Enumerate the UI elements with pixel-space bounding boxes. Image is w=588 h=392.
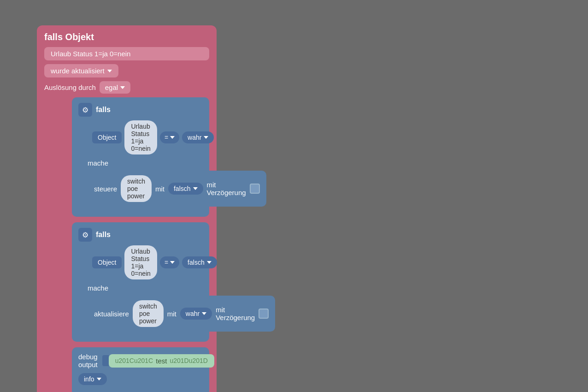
trigger-dropdown-arrow-icon [120,86,125,89]
mache-inner-1: steuere switch poe power mit falsch mit … [88,171,266,207]
mit-label-1: mit [155,185,165,193]
control-value-2: wahr [186,310,200,317]
update-dropdown-arrow-icon [107,70,112,72]
gear-icon-2[interactable]: ⚙ [78,228,92,242]
object-label-1: Object [98,134,116,141]
value-dropdown-1[interactable]: wahr [182,131,214,143]
control-arrow-icon-1 [193,187,198,190]
string-value: test [156,357,167,365]
target-chip-2: switch poe power [133,300,164,327]
value-arrow-icon-1 [204,136,208,139]
mache-inner-2: aktualisiere switch poe power mit wahr m… [88,296,275,332]
if-block-2: ⚙ falls Object Urlaub Status 1=ja 0=nein… [72,222,209,342]
mache-label-2: mache [88,284,113,292]
debug-output-label: debug output [78,353,98,368]
control-arrow-icon-2 [202,312,206,315]
value-arrow-icon-2 [207,261,212,264]
mache-row-1: mache steuere switch poe power mit falsc… [88,159,203,207]
trigger-row: Auslösung durch egal [44,81,209,94]
debug-level-row: info [78,373,203,385]
debug-block: debug output test info [72,347,209,392]
field-pill: Urlaub Status 1=ja 0=nein [44,47,209,60]
outer-block-title: falls Objekt [44,32,209,42]
equals-label-1: = [165,134,168,141]
value-label-2: falsch [188,259,205,266]
info-dropdown[interactable]: info [78,373,107,385]
update-dropdown[interactable]: wurde aktualisiert [44,64,118,77]
condition-row-1: Object Urlaub Status 1=ja 0=nein = wahr [92,120,214,154]
falls-label-1: falls [96,106,111,114]
debug-row: debug output test [78,353,203,368]
target-chip-1: switch poe power [121,175,152,202]
outer-block: falls Objekt Urlaub Status 1=ja 0=nein w… [37,25,217,392]
trigger-dropdown-label: egal [105,83,118,91]
update-dropdown-label: wurde aktualisiert [51,67,105,75]
if-block-1-header: ⚙ falls Object Urlaub Status 1=ja 0=nein… [78,103,203,154]
connector-notch [102,355,109,366]
condition-row-2: Object Urlaub Status 1=ja 0=nein = falsc… [92,245,217,279]
delay-checkbox-2[interactable] [259,309,269,319]
equals-dropdown-1[interactable]: = [160,131,179,143]
workspace: falls Objekt Urlaub Status 1=ja 0=nein w… [0,0,588,392]
mache-label-1: mache [88,159,113,167]
object-chip-2: Object [92,256,122,268]
control-value-1: falsch [174,185,191,192]
field-value-2: Urlaub Status 1=ja 0=nein [131,248,150,277]
gear-icon-1[interactable]: ⚙ [78,103,92,117]
delay-checkbox-1[interactable] [250,184,260,194]
delay-label-1: mit Verzögerung [207,181,246,196]
string-connector: test [102,354,214,368]
field-value-1: Urlaub Status 1=ja 0=nein [131,123,150,152]
action-label-1: steuere [94,185,117,193]
trigger-label-text: Auslösung durch [44,83,96,91]
target-value-1: switch poe power [127,178,145,200]
if-block-1: ⚙ falls Object Urlaub Status 1=ja 0=nein… [72,97,209,217]
object-label-2: Object [98,259,116,266]
target-value-2: switch poe power [139,303,157,325]
control-value-dropdown-2[interactable]: wahr [180,308,212,320]
equals-arrow-icon-2 [170,261,175,264]
info-arrow-icon [97,378,101,380]
equals-dropdown-2[interactable]: = [160,256,179,268]
delay-label-2: mit Verzögerung [216,306,255,321]
mit-label-2: mit [167,310,176,318]
equals-label-2: = [165,259,168,266]
value-label-1: wahr [188,134,201,141]
object-chip-1: Object [92,131,122,143]
info-label: info [84,375,94,383]
falls-label-2: falls [96,231,111,239]
field-chip-1: Urlaub Status 1=ja 0=nein [124,120,157,154]
equals-arrow-icon-1 [170,136,175,139]
value-dropdown-2[interactable]: falsch [182,256,217,268]
string-chip: test [109,354,214,368]
field-chip-2: Urlaub Status 1=ja 0=nein [124,245,157,279]
if-block-2-header: ⚙ falls Object Urlaub Status 1=ja 0=nein… [78,228,203,279]
control-value-dropdown-1[interactable]: falsch [168,183,203,195]
trigger-dropdown[interactable]: egal [100,81,130,94]
action-label-2: aktualisiere [94,310,129,318]
mache-row-2: mache aktualisiere switch poe power mit … [88,284,203,332]
